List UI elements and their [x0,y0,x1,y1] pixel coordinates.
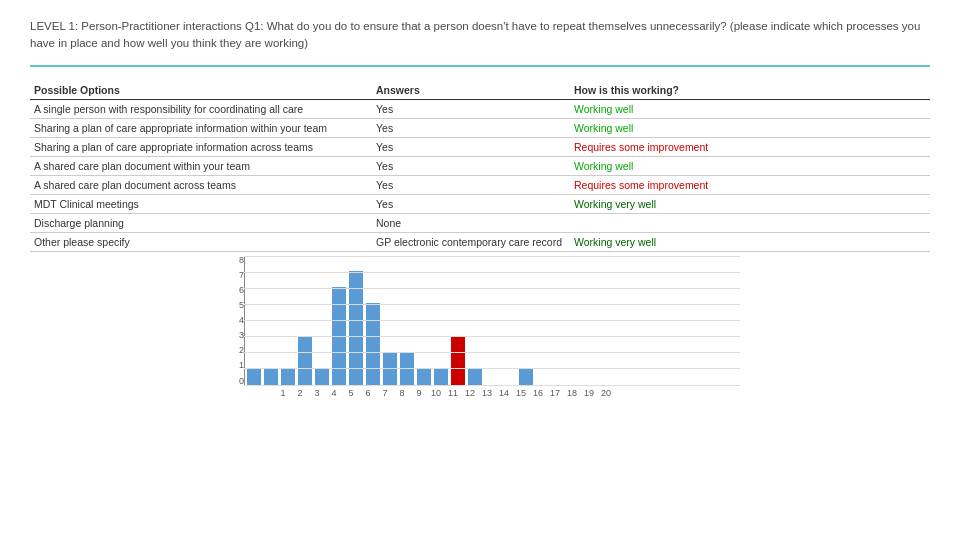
x-label: 3 [310,388,324,398]
bar [349,271,363,385]
bar [247,368,261,384]
x-label: 7 [378,388,392,398]
bar [332,287,346,385]
col-header-working: How is this working? [570,81,930,100]
chart-inner-wrap [244,256,740,386]
y-label: 2 [220,346,244,355]
y-label: 1 [220,361,244,370]
x-label: 6 [361,388,375,398]
table-row: MDT Clinical meetingsYesWorking very wel… [30,194,930,213]
option-cell: Discharge planning [30,213,372,232]
bar [315,368,329,384]
x-label: 8 [395,388,409,398]
bar [383,352,397,385]
bar [417,368,431,384]
chart-container: 012345678 123456789101112131415161718192… [220,256,740,416]
x-label: 18 [565,388,579,398]
x-labels: 1234567891011121314151617181920 [248,386,613,398]
x-label: 17 [548,388,562,398]
table-row: A shared care plan document across teams… [30,175,930,194]
bar [298,336,312,385]
table-row: A single person with responsibility for … [30,99,930,118]
option-cell: Sharing a plan of care appropriate infor… [30,118,372,137]
answer-cell: Yes [372,156,570,175]
working-cell: Requires some improvement [570,137,930,156]
x-label: 16 [531,388,545,398]
working-cell [570,213,930,232]
answer-cell: Yes [372,99,570,118]
x-label: 2 [293,388,307,398]
option-cell: A shared care plan document across teams [30,175,372,194]
y-label: 0 [220,377,244,386]
data-table: Possible Options Answers How is this wor… [30,81,930,252]
bars-container [244,256,740,386]
y-label: 7 [220,271,244,280]
x-label: 19 [582,388,596,398]
y-axis: 012345678 [220,256,240,386]
answer-cell: Yes [372,118,570,137]
answer-cell: Yes [372,137,570,156]
option-cell: Sharing a plan of care appropriate infor… [30,137,372,156]
y-label: 3 [220,331,244,340]
divider [30,65,930,67]
bar [468,368,482,384]
question-text: LEVEL 1: Person-Practitioner interaction… [30,18,930,53]
y-label: 8 [220,256,244,265]
x-label: 12 [463,388,477,398]
page: LEVEL 1: Person-Practitioner interaction… [0,0,960,426]
bar [264,368,278,384]
working-cell: Requires some improvement [570,175,930,194]
working-cell: Working very well [570,194,930,213]
y-label: 4 [220,316,244,325]
option-cell: MDT Clinical meetings [30,194,372,213]
working-cell: Working well [570,99,930,118]
table-row: Sharing a plan of care appropriate infor… [30,137,930,156]
answer-cell: Yes [372,194,570,213]
answer-cell: None [372,213,570,232]
x-label: 13 [480,388,494,398]
answer-cell: GP electronic contemporary care record [372,232,570,251]
x-label: 5 [344,388,358,398]
working-cell: Working well [570,156,930,175]
bar [451,336,465,385]
chart-area: 012345678 123456789101112131415161718192… [30,256,930,416]
option-cell: A shared care plan document within your … [30,156,372,175]
y-label: 6 [220,286,244,295]
x-label: 15 [514,388,528,398]
table-row: Sharing a plan of care appropriate infor… [30,118,930,137]
y-label: 5 [220,301,244,310]
col-header-option: Possible Options [30,81,372,100]
table-row: Other please specifyGP electronic contem… [30,232,930,251]
x-label: 9 [412,388,426,398]
option-cell: A single person with responsibility for … [30,99,372,118]
bar [281,368,295,384]
answer-cell: Yes [372,175,570,194]
bar [400,352,414,385]
bar [519,368,533,384]
working-cell: Working well [570,118,930,137]
x-label: 4 [327,388,341,398]
x-label: 20 [599,388,613,398]
x-label: 14 [497,388,511,398]
table-row: Discharge planningNone [30,213,930,232]
bar [366,303,380,384]
bar [434,368,448,384]
col-header-answer: Answers [372,81,570,100]
table-row: A shared care plan document within your … [30,156,930,175]
option-cell: Other please specify [30,232,372,251]
x-label: 10 [429,388,443,398]
x-label: 1 [276,388,290,398]
x-label: 11 [446,388,460,398]
working-cell: Working very well [570,232,930,251]
